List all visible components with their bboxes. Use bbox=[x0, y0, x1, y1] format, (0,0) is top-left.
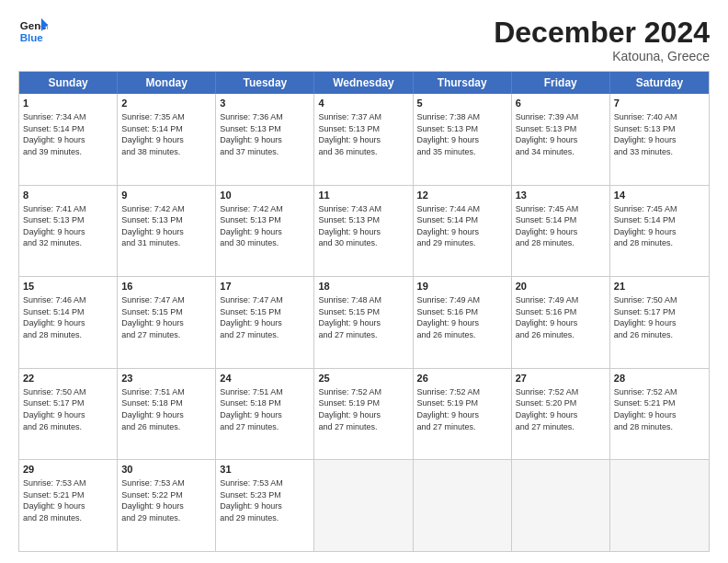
calendar-body: 1Sunrise: 7:34 AM Sunset: 5:14 PM Daylig… bbox=[19, 94, 709, 551]
header: General Blue December 2024 Katouna, Gree… bbox=[18, 17, 710, 63]
calendar-cell: 13Sunrise: 7:45 AM Sunset: 5:14 PM Dayli… bbox=[512, 186, 610, 277]
day-info: Sunrise: 7:46 AM Sunset: 5:14 PM Dayligh… bbox=[23, 294, 113, 340]
calendar-cell: 31Sunrise: 7:53 AM Sunset: 5:23 PM Dayli… bbox=[216, 460, 314, 551]
day-info: Sunrise: 7:53 AM Sunset: 5:23 PM Dayligh… bbox=[220, 477, 310, 523]
calendar-cell: 1Sunrise: 7:34 AM Sunset: 5:14 PM Daylig… bbox=[19, 94, 118, 185]
day-number: 13 bbox=[516, 189, 606, 202]
day-number: 22 bbox=[23, 372, 113, 385]
calendar-cell: 5Sunrise: 7:38 AM Sunset: 5:13 PM Daylig… bbox=[414, 94, 512, 185]
day-info: Sunrise: 7:42 AM Sunset: 5:13 PM Dayligh… bbox=[121, 203, 211, 249]
calendar-cell: 3Sunrise: 7:36 AM Sunset: 5:13 PM Daylig… bbox=[216, 94, 314, 185]
calendar: SundayMondayTuesdayWednesdayThursdayFrid… bbox=[18, 71, 710, 552]
day-number: 1 bbox=[23, 97, 113, 110]
day-number: 28 bbox=[614, 372, 705, 385]
day-info: Sunrise: 7:53 AM Sunset: 5:21 PM Dayligh… bbox=[23, 477, 113, 523]
calendar-cell: 10Sunrise: 7:42 AM Sunset: 5:13 PM Dayli… bbox=[216, 186, 314, 277]
calendar-cell: 29Sunrise: 7:53 AM Sunset: 5:21 PM Dayli… bbox=[19, 460, 118, 551]
day-number: 23 bbox=[121, 372, 211, 385]
day-info: Sunrise: 7:47 AM Sunset: 5:15 PM Dayligh… bbox=[121, 294, 211, 340]
day-info: Sunrise: 7:49 AM Sunset: 5:16 PM Dayligh… bbox=[516, 294, 606, 340]
calendar-row: 1Sunrise: 7:34 AM Sunset: 5:14 PM Daylig… bbox=[19, 94, 709, 185]
calendar-cell: 24Sunrise: 7:51 AM Sunset: 5:18 PM Dayli… bbox=[216, 369, 314, 460]
day-number: 3 bbox=[220, 97, 310, 110]
day-info: Sunrise: 7:51 AM Sunset: 5:18 PM Dayligh… bbox=[121, 386, 211, 432]
empty-cell bbox=[414, 460, 512, 551]
calendar-cell: 12Sunrise: 7:44 AM Sunset: 5:14 PM Dayli… bbox=[414, 186, 512, 277]
day-number: 9 bbox=[121, 189, 211, 202]
calendar-row: 22Sunrise: 7:50 AM Sunset: 5:17 PM Dayli… bbox=[19, 368, 709, 460]
calendar-header: SundayMondayTuesdayWednesdayThursdayFrid… bbox=[19, 72, 709, 94]
day-number: 25 bbox=[318, 372, 408, 385]
title-block: December 2024 Katouna, Greece bbox=[494, 17, 710, 63]
calendar-cell: 6Sunrise: 7:39 AM Sunset: 5:13 PM Daylig… bbox=[512, 94, 610, 185]
weekday-header: Wednesday bbox=[314, 72, 413, 94]
day-number: 29 bbox=[23, 463, 113, 477]
weekday-header: Tuesday bbox=[216, 72, 314, 94]
day-number: 7 bbox=[614, 97, 705, 110]
weekday-header: Saturday bbox=[610, 72, 709, 94]
calendar-cell: 4Sunrise: 7:37 AM Sunset: 5:13 PM Daylig… bbox=[314, 94, 413, 185]
calendar-cell: 15Sunrise: 7:46 AM Sunset: 5:14 PM Dayli… bbox=[19, 277, 118, 368]
calendar-cell: 14Sunrise: 7:45 AM Sunset: 5:14 PM Dayli… bbox=[610, 186, 709, 277]
calendar-row: 29Sunrise: 7:53 AM Sunset: 5:21 PM Dayli… bbox=[19, 459, 709, 551]
calendar-cell: 17Sunrise: 7:47 AM Sunset: 5:15 PM Dayli… bbox=[216, 277, 314, 368]
day-number: 30 bbox=[121, 463, 211, 477]
day-number: 19 bbox=[417, 280, 507, 293]
day-number: 8 bbox=[23, 189, 113, 202]
day-info: Sunrise: 7:51 AM Sunset: 5:18 PM Dayligh… bbox=[220, 386, 310, 432]
day-number: 10 bbox=[220, 189, 310, 202]
day-number: 12 bbox=[417, 189, 507, 202]
day-number: 14 bbox=[614, 189, 705, 202]
calendar-cell: 18Sunrise: 7:48 AM Sunset: 5:15 PM Dayli… bbox=[314, 277, 413, 368]
day-info: Sunrise: 7:52 AM Sunset: 5:21 PM Dayligh… bbox=[614, 386, 705, 432]
day-number: 4 bbox=[318, 97, 408, 110]
day-info: Sunrise: 7:52 AM Sunset: 5:19 PM Dayligh… bbox=[417, 386, 507, 432]
day-info: Sunrise: 7:52 AM Sunset: 5:20 PM Dayligh… bbox=[516, 386, 606, 432]
month-title: December 2024 bbox=[494, 17, 710, 49]
empty-cell bbox=[314, 460, 413, 551]
day-info: Sunrise: 7:52 AM Sunset: 5:19 PM Dayligh… bbox=[318, 386, 408, 432]
day-info: Sunrise: 7:38 AM Sunset: 5:13 PM Dayligh… bbox=[417, 111, 507, 157]
day-number: 2 bbox=[121, 97, 211, 110]
day-info: Sunrise: 7:48 AM Sunset: 5:15 PM Dayligh… bbox=[318, 294, 408, 340]
logo: General Blue bbox=[18, 17, 48, 46]
day-number: 6 bbox=[516, 97, 606, 110]
day-info: Sunrise: 7:53 AM Sunset: 5:22 PM Dayligh… bbox=[121, 477, 211, 523]
day-number: 5 bbox=[417, 97, 507, 110]
day-info: Sunrise: 7:45 AM Sunset: 5:14 PM Dayligh… bbox=[614, 203, 705, 249]
weekday-header: Monday bbox=[118, 72, 216, 94]
day-info: Sunrise: 7:41 AM Sunset: 5:13 PM Dayligh… bbox=[23, 203, 113, 249]
empty-cell bbox=[610, 460, 709, 551]
day-info: Sunrise: 7:34 AM Sunset: 5:14 PM Dayligh… bbox=[23, 111, 113, 157]
day-info: Sunrise: 7:40 AM Sunset: 5:13 PM Dayligh… bbox=[614, 111, 705, 157]
calendar-row: 15Sunrise: 7:46 AM Sunset: 5:14 PM Dayli… bbox=[19, 276, 709, 368]
weekday-header: Thursday bbox=[414, 72, 512, 94]
day-number: 17 bbox=[220, 280, 310, 293]
empty-cell bbox=[512, 460, 610, 551]
day-info: Sunrise: 7:39 AM Sunset: 5:13 PM Dayligh… bbox=[516, 111, 606, 157]
day-info: Sunrise: 7:47 AM Sunset: 5:15 PM Dayligh… bbox=[220, 294, 310, 340]
calendar-cell: 30Sunrise: 7:53 AM Sunset: 5:22 PM Dayli… bbox=[118, 460, 216, 551]
day-info: Sunrise: 7:37 AM Sunset: 5:13 PM Dayligh… bbox=[318, 111, 408, 157]
calendar-row: 8Sunrise: 7:41 AM Sunset: 5:13 PM Daylig… bbox=[19, 185, 709, 277]
calendar-cell: 19Sunrise: 7:49 AM Sunset: 5:16 PM Dayli… bbox=[414, 277, 512, 368]
day-number: 31 bbox=[220, 463, 310, 477]
day-number: 16 bbox=[121, 280, 211, 293]
day-number: 26 bbox=[417, 372, 507, 385]
calendar-cell: 28Sunrise: 7:52 AM Sunset: 5:21 PM Dayli… bbox=[610, 369, 709, 460]
calendar-cell: 27Sunrise: 7:52 AM Sunset: 5:20 PM Dayli… bbox=[512, 369, 610, 460]
day-number: 24 bbox=[220, 372, 310, 385]
calendar-cell: 20Sunrise: 7:49 AM Sunset: 5:16 PM Dayli… bbox=[512, 277, 610, 368]
weekday-header: Sunday bbox=[19, 72, 118, 94]
day-info: Sunrise: 7:35 AM Sunset: 5:14 PM Dayligh… bbox=[121, 111, 211, 157]
day-info: Sunrise: 7:43 AM Sunset: 5:13 PM Dayligh… bbox=[318, 203, 408, 249]
day-info: Sunrise: 7:42 AM Sunset: 5:13 PM Dayligh… bbox=[220, 203, 310, 249]
calendar-cell: 26Sunrise: 7:52 AM Sunset: 5:19 PM Dayli… bbox=[414, 369, 512, 460]
day-number: 11 bbox=[318, 189, 408, 202]
day-number: 27 bbox=[516, 372, 606, 385]
page: General Blue December 2024 Katouna, Gree… bbox=[0, 0, 728, 563]
calendar-cell: 16Sunrise: 7:47 AM Sunset: 5:15 PM Dayli… bbox=[118, 277, 216, 368]
calendar-cell: 21Sunrise: 7:50 AM Sunset: 5:17 PM Dayli… bbox=[610, 277, 709, 368]
day-info: Sunrise: 7:50 AM Sunset: 5:17 PM Dayligh… bbox=[23, 386, 113, 432]
day-number: 18 bbox=[318, 280, 408, 293]
